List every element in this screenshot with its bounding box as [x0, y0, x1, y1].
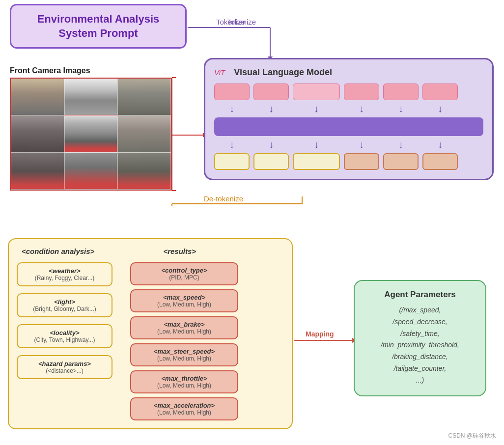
condition-hazard: <hazard params> (<distance>...): [17, 355, 112, 379]
result-max-acceleration: <max_acceleration> (Low, Medium, High): [130, 397, 238, 420]
bottom-section: <condition analysis> <results> <weather>…: [8, 238, 293, 429]
token-yellow-3: [293, 153, 340, 170]
env-prompt-title: Environmental Analysis System Prompt: [20, 12, 176, 40]
yellow-tokens: [214, 153, 340, 170]
agent-params-title: Agent Parameters: [364, 290, 476, 300]
token-pink-6: [422, 83, 458, 100]
bottom-columns: <weather> (Rainy, Foggy, Clear...) <ligh…: [17, 262, 284, 420]
arrow-2: ↓: [253, 103, 289, 114]
vlm-arrow-row-2: ↓ ↓ ↓ ↓ ↓ ↓: [214, 139, 483, 150]
token-pink-3: [293, 83, 340, 100]
vlm-box: ViT Visual Language Model ↓ ↓ ↓ ↓ ↓ ↓ ↓ …: [204, 58, 494, 180]
camera-cell-7: [11, 153, 64, 190]
salmon-tokens: [344, 153, 458, 170]
arrow-6: ↓: [422, 103, 458, 114]
token-pink-5: [383, 83, 419, 100]
agent-params-list: (/max_speed, /speed_decrease, /safety_ti…: [364, 305, 476, 387]
vlm-arrow-row-1: ↓ ↓ ↓ ↓ ↓ ↓: [214, 103, 483, 114]
token-pink-2: [253, 83, 289, 100]
result-max-throttle: <max_throttle> (Low, Medium, High): [130, 370, 238, 393]
tokenize-text: Tokenize: [227, 18, 256, 26]
arrow-b4: ↓: [344, 139, 379, 150]
condition-locality: <locality> (City, Town, Highway...): [17, 324, 112, 348]
condition-weather: <weather> (Rainy, Foggy, Clear...): [17, 262, 112, 286]
result-max-steer-speed: <max_steer_speed> (Low, Medium, High): [130, 343, 238, 366]
condition-header: <condition analysis>: [22, 247, 94, 255]
env-prompt-box: Environmental Analysis System Prompt: [10, 4, 187, 49]
condition-light: <light> (Bright, Gloomy, Dark...): [17, 293, 112, 317]
camera-grid: [10, 78, 172, 191]
arrow-b5: ↓: [383, 139, 419, 150]
camera-cell-4: [11, 115, 64, 152]
vlm-main-title: Visual Language Model: [234, 67, 332, 78]
camera-cell-2: [64, 79, 118, 115]
token-salmon-2: [383, 153, 419, 170]
llm-bar: [214, 117, 483, 136]
arrow-b1: ↓: [214, 139, 250, 150]
camera-cell-6: [117, 115, 171, 152]
arrow-b2: ↓: [253, 139, 289, 150]
arrow-b6: ↓: [422, 139, 458, 150]
results-col: <control_type> (PID, MPC) <max_speed> (L…: [130, 262, 238, 420]
detokenize-label: De-tokenize: [204, 195, 243, 203]
agent-params-box: Agent Parameters (/max_speed, /speed_dec…: [354, 280, 486, 396]
arrow-3: ↓: [293, 103, 340, 114]
camera-cell-8: [64, 153, 118, 190]
vlm-vit-label: ViT: [214, 68, 225, 77]
camera-cell-3: [117, 79, 171, 115]
camera-cell-5: [64, 115, 118, 152]
result-max-brake: <max_brake> (Low, Medium, High): [130, 316, 238, 339]
vlm-token-row-pink: [214, 83, 483, 100]
result-control-type: <control_type> (PID, MPC): [130, 262, 238, 285]
vlm-title-row: ViT Visual Language Model: [214, 67, 483, 78]
result-max-speed: <max_speed> (Low, Medium, High): [130, 289, 238, 312]
token-pink-4: [344, 83, 379, 100]
diagram-container: Environmental Analysis System Prompt Fro…: [0, 0, 504, 445]
mapping-label: Mapping: [306, 330, 334, 338]
token-salmon-1: [344, 153, 379, 170]
camera-cell-9: [117, 153, 171, 190]
token-yellow-2: [253, 153, 289, 170]
arrow-b3: ↓: [293, 139, 340, 150]
bottom-headers: <condition analysis> <results>: [17, 247, 284, 255]
camera-cell-1: [11, 79, 64, 115]
arrow-4: ↓: [344, 103, 379, 114]
arrow-1: ↓: [214, 103, 250, 114]
token-salmon-3: [422, 153, 458, 170]
token-pink-1: [214, 83, 250, 100]
vlm-bottom-tokens: [214, 153, 483, 170]
condition-col: <weather> (Rainy, Foggy, Clear...) <ligh…: [17, 262, 112, 420]
arrow-5: ↓: [383, 103, 419, 114]
watermark: CSDN @硅谷秋水: [448, 432, 496, 440]
results-header: <results>: [163, 247, 196, 255]
camera-label: Front Camera Images: [10, 66, 90, 75]
token-yellow-1: [214, 153, 250, 170]
